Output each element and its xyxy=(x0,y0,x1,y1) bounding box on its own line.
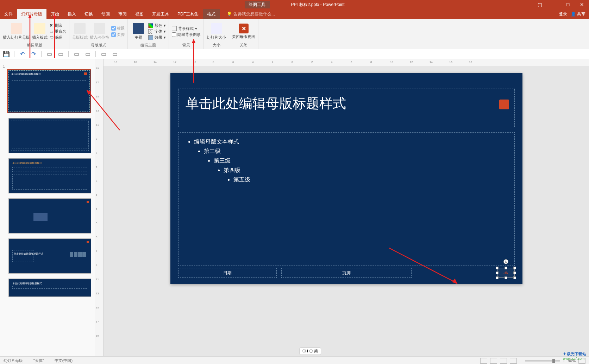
effects-button[interactable]: 效果 ▾ xyxy=(148,35,166,40)
save-button[interactable]: 💾 xyxy=(3,51,10,58)
watermark: ✦极光下载站 www.xz7.com xyxy=(563,351,586,360)
undo-button[interactable]: ↶ xyxy=(19,51,26,58)
placeholder-icon xyxy=(94,23,105,34)
selection-handle[interactable] xyxy=(505,267,507,269)
master-layout-icon xyxy=(74,23,86,34)
close-window-icon[interactable]: ✕ xyxy=(575,0,589,9)
selection-handle[interactable] xyxy=(496,276,499,279)
ime-indicator[interactable]: CH 〇 简 xyxy=(299,347,321,355)
slide-size-icon xyxy=(211,23,222,34)
master-number: 1 xyxy=(3,64,5,68)
delete-button[interactable]: ✖删除 xyxy=(50,23,66,28)
tab-home[interactable]: 开始 xyxy=(46,9,63,19)
view-slideshow-icon[interactable] xyxy=(510,358,517,364)
status-language[interactable]: 中文(中国) xyxy=(55,358,73,363)
qat-btn-4[interactable]: ▭ xyxy=(84,51,91,58)
selection-handle[interactable] xyxy=(496,267,499,269)
thumbnails-panel[interactable]: 1 单击此处编辑母版标题样式 单击此处编辑母版标题样式 单击此处编辑母版标题样式 xyxy=(0,59,95,356)
view-reading-icon[interactable] xyxy=(500,358,507,364)
minimize-icon[interactable]: — xyxy=(547,0,561,9)
rename-button[interactable]: ▭重命名 xyxy=(50,29,66,34)
slide-size-button[interactable]: 幻灯片大小 xyxy=(207,20,226,43)
workspace: 1 单击此处编辑母版标题样式 单击此处编辑母版标题样式 单击此处编辑母版标题样式 xyxy=(0,59,589,356)
master-layout-button: 母版版式 xyxy=(72,20,88,43)
tell-me-search[interactable]: 💡 告诉我您想要做什么... xyxy=(227,11,275,17)
status-theme: "天体" xyxy=(33,358,44,363)
layout-icon xyxy=(34,23,45,34)
close-master-icon: ✕ xyxy=(239,24,249,33)
thumb-layout-3[interactable] xyxy=(8,198,91,234)
qat-btn-1[interactable]: ▭ xyxy=(46,51,53,58)
selection-handle[interactable] xyxy=(505,276,507,279)
share-button[interactable]: 👤共享 xyxy=(571,11,585,17)
colors-icon xyxy=(148,23,153,28)
thumb-layout-1[interactable] xyxy=(8,118,91,153)
selection-handle[interactable] xyxy=(513,272,516,274)
qat-btn-3[interactable]: ▭ xyxy=(73,51,80,58)
title-placeholder[interactable]: 单击此处编辑母版标题样式 xyxy=(178,89,515,127)
slide-canvas[interactable]: 单击此处编辑母版标题样式 编辑母版文本样式 第二级 第三级 第四级 第五级 xyxy=(104,59,589,356)
thumb-layout-5[interactable]: 单击此处编辑母版标题样式 xyxy=(8,279,91,297)
tab-insert[interactable]: 插入 xyxy=(63,9,80,19)
page-number-placeholder[interactable]: ↻ ‹#› xyxy=(497,268,515,278)
preserve-icon: 🛡 xyxy=(50,36,54,40)
thumb-layout-2[interactable]: 单击此处编辑母版标题样式 xyxy=(8,158,91,193)
contextual-tab-label: 绘图工具 xyxy=(244,1,270,8)
thumb-layout-4[interactable]: 单击此处编辑母版标题样式 xyxy=(8,238,91,274)
insert-layout-button[interactable]: 插入版式 xyxy=(32,20,48,43)
login-link[interactable]: 登录 xyxy=(559,11,567,17)
qat-btn-2[interactable]: ▭ xyxy=(57,51,64,58)
view-sorter-icon[interactable] xyxy=(490,358,497,364)
tab-file[interactable]: 文件 xyxy=(0,9,17,19)
logo-icon xyxy=(499,100,509,109)
qat-btn-6[interactable]: ▭ xyxy=(111,51,118,58)
bg-styles-button[interactable]: 背景样式 ▾ xyxy=(172,26,201,31)
lightbulb-icon: 💡 xyxy=(227,12,232,17)
tab-pdf-tools[interactable]: PDF工具集 xyxy=(173,9,203,19)
selection-handle[interactable] xyxy=(513,276,516,279)
ribbon-tabs: 文件 幻灯片母版 开始 插入 切换 动画 审阅 视图 开发工具 PDF工具集 格… xyxy=(0,9,589,19)
insert-slide-master-button[interactable]: 插入幻灯片母版 xyxy=(3,20,30,43)
content-placeholder[interactable]: 编辑母版文本样式 第二级 第三级 第四级 第五级 xyxy=(178,132,515,266)
group-edit-master: 插入幻灯片母版 插入版式 ✖删除 ▭重命名 🛡保留 编辑母版 xyxy=(0,19,69,49)
zoom-slider[interactable] xyxy=(525,360,560,362)
tab-transitions[interactable]: 切换 xyxy=(80,9,97,19)
insert-placeholder-button: 插入占位符 xyxy=(90,20,109,43)
themes-icon xyxy=(133,23,144,34)
date-placeholder[interactable]: 日期 xyxy=(178,268,277,278)
group-edit-theme: 主题 颜色 ▾ 文字体 ▾ 效果 ▾ 编辑主题 xyxy=(128,19,169,49)
thumb-master[interactable]: 单击此处编辑母版标题样式 xyxy=(7,69,91,113)
bg-styles-icon xyxy=(172,26,177,31)
view-normal-icon[interactable] xyxy=(480,358,487,364)
effects-icon xyxy=(148,35,153,40)
tab-view[interactable]: 视图 xyxy=(131,9,148,19)
tab-review[interactable]: 审阅 xyxy=(114,9,131,19)
selection-handle[interactable] xyxy=(496,272,499,274)
tab-format[interactable]: 格式 xyxy=(203,9,220,19)
group-size: 幻灯片大小 大小 xyxy=(204,19,229,49)
slide-master-icon xyxy=(11,23,22,34)
redo-button[interactable]: ↷ xyxy=(30,51,37,58)
rotate-handle-icon[interactable]: ↻ xyxy=(503,259,508,264)
status-view-mode: 幻灯片母版 xyxy=(4,358,23,363)
maximize-icon[interactable]: □ xyxy=(561,0,575,9)
zoom-out-icon[interactable]: − xyxy=(520,359,522,363)
tab-slide-master[interactable]: 幻灯片母版 xyxy=(17,9,46,19)
slide-master-editor[interactable]: 单击此处编辑母版标题样式 编辑母版文本样式 第二级 第三级 第四级 第五级 xyxy=(170,73,522,284)
group-close: ✕ 关闭母版视图 关闭 xyxy=(229,19,258,49)
editor-area: 18161412108642024681012141618 1917151311… xyxy=(95,59,589,356)
close-master-view-button[interactable]: ✕ 关闭母版视图 xyxy=(232,20,255,43)
fonts-button[interactable]: 文字体 ▾ xyxy=(148,29,166,34)
group-master-layout: 母版版式 插入占位符 标题 页脚 母版版式 xyxy=(69,19,128,49)
tab-developer[interactable]: 开发工具 xyxy=(148,9,173,19)
footer-placeholder[interactable]: 页脚 xyxy=(281,268,412,278)
colors-button[interactable]: 颜色 ▾ xyxy=(148,23,166,28)
themes-button[interactable]: 主题 xyxy=(131,20,146,43)
tab-animations[interactable]: 动画 xyxy=(97,9,114,19)
chk-hide-bg-graphics[interactable]: 隐藏背景图形 xyxy=(172,32,201,37)
group-background: 背景样式 ▾ 隐藏背景图形 背景 xyxy=(169,19,204,49)
qat-btn-5[interactable]: ▭ xyxy=(100,51,107,58)
preserve-button[interactable]: 🛡保留 xyxy=(50,35,66,40)
selection-handle[interactable] xyxy=(513,267,516,269)
ribbon-display-icon[interactable]: ▢ xyxy=(533,0,547,9)
